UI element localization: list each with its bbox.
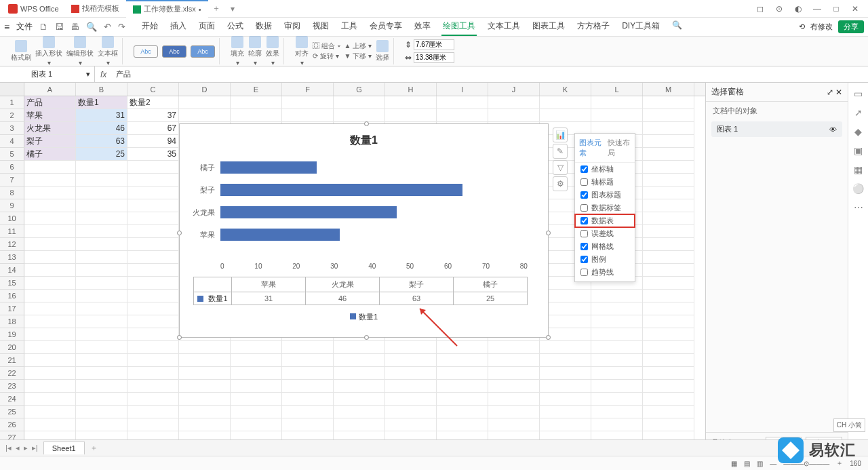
col-header[interactable]: H bbox=[385, 83, 437, 96]
cell[interactable]: 46 bbox=[76, 122, 127, 135]
style-2[interactable]: Abc bbox=[162, 45, 186, 58]
popup-checkbox[interactable] bbox=[580, 178, 588, 186]
cell[interactable] bbox=[488, 418, 540, 431]
cell[interactable]: 94 bbox=[127, 135, 179, 148]
popup-checkbox[interactable] bbox=[580, 256, 588, 263]
cell[interactable] bbox=[540, 109, 591, 122]
popup-item[interactable]: 图例 bbox=[575, 253, 635, 266]
format-painter-button[interactable]: 格式刷 bbox=[11, 40, 31, 62]
popup-item[interactable]: 趋势线 bbox=[575, 266, 635, 279]
cell[interactable] bbox=[282, 341, 334, 354]
tab-fangfang[interactable]: 方方格子 bbox=[576, 18, 611, 36]
effects-button[interactable]: 效果 ▾ bbox=[266, 36, 279, 66]
cell[interactable] bbox=[24, 199, 76, 212]
sync-icon[interactable]: ⟲ bbox=[799, 22, 805, 31]
sheet-prev-icon[interactable]: ◂ bbox=[16, 444, 20, 452]
cell[interactable] bbox=[179, 393, 231, 406]
tab-view[interactable]: 视图 bbox=[311, 18, 330, 36]
cell[interactable] bbox=[643, 264, 694, 277]
cell[interactable] bbox=[76, 277, 127, 290]
popup-checkbox[interactable] bbox=[580, 165, 588, 173]
cell[interactable] bbox=[127, 251, 179, 264]
tab-efficiency[interactable]: 效率 bbox=[413, 18, 432, 36]
cell[interactable] bbox=[179, 96, 231, 109]
cell[interactable] bbox=[282, 380, 334, 393]
cell[interactable]: 数量2 bbox=[127, 96, 179, 109]
row-header[interactable]: 11 bbox=[0, 225, 24, 238]
cell[interactable] bbox=[643, 354, 694, 367]
cell[interactable] bbox=[127, 302, 179, 315]
chart-bar[interactable] bbox=[220, 184, 462, 196]
chart-title[interactable]: 数量1 bbox=[180, 134, 548, 148]
window-help-icon[interactable]: ⊙ bbox=[774, 4, 784, 14]
cell[interactable] bbox=[437, 367, 488, 380]
row-header[interactable]: 9 bbox=[0, 199, 24, 212]
fx-icon[interactable]: fx bbox=[95, 70, 112, 79]
col-header[interactable]: A bbox=[24, 83, 76, 96]
cell[interactable]: 数量1 bbox=[76, 96, 127, 109]
cell[interactable] bbox=[540, 96, 591, 109]
cell[interactable] bbox=[24, 315, 76, 328]
sheet-tab[interactable]: Sheet1 bbox=[43, 442, 85, 454]
add-sheet-button[interactable]: ＋ bbox=[85, 443, 103, 453]
col-header[interactable]: M bbox=[643, 83, 694, 96]
cell[interactable]: 苹果 bbox=[24, 109, 76, 122]
cell[interactable] bbox=[282, 393, 334, 406]
col-header[interactable]: J bbox=[488, 83, 540, 96]
search-icon[interactable]: 🔍 bbox=[671, 18, 684, 36]
cell[interactable] bbox=[24, 174, 76, 187]
doc-tab-template[interactable]: 找稻壳模板 bbox=[64, 0, 126, 18]
cell[interactable] bbox=[540, 418, 591, 431]
sheet-first-icon[interactable]: |◂ bbox=[5, 444, 12, 452]
chart-plot[interactable]: 01020304050607080 橘子梨子火龙果苹果 bbox=[220, 156, 528, 258]
cell[interactable] bbox=[334, 367, 385, 380]
cell[interactable] bbox=[437, 380, 488, 393]
cell[interactable] bbox=[643, 148, 694, 161]
style-3[interactable]: Abc bbox=[191, 45, 215, 58]
cell[interactable] bbox=[76, 161, 127, 174]
chart-bar[interactable] bbox=[220, 206, 397, 218]
col-header[interactable]: L bbox=[591, 83, 643, 96]
cell[interactable] bbox=[76, 251, 127, 264]
cell[interactable] bbox=[76, 367, 127, 380]
cell[interactable] bbox=[231, 393, 282, 406]
cell[interactable] bbox=[643, 393, 694, 406]
cell[interactable] bbox=[24, 393, 76, 406]
side-layer-icon[interactable]: ▣ bbox=[854, 145, 863, 156]
bring-forward-button[interactable]: ▲ 上移 ▾ bbox=[344, 41, 372, 51]
cell[interactable] bbox=[127, 264, 179, 277]
cell[interactable] bbox=[231, 354, 282, 367]
cell[interactable] bbox=[643, 367, 694, 380]
cell[interactable] bbox=[643, 315, 694, 328]
row-header[interactable]: 12 bbox=[0, 238, 24, 251]
cell[interactable] bbox=[437, 393, 488, 406]
cell[interactable] bbox=[643, 251, 694, 264]
row-header[interactable]: 13 bbox=[0, 251, 24, 264]
fill-button[interactable]: 填充 ▾ bbox=[231, 36, 244, 66]
cell[interactable] bbox=[24, 418, 76, 431]
tab-diy[interactable]: DIY工具箱 bbox=[620, 18, 661, 36]
cell[interactable] bbox=[24, 341, 76, 354]
cell[interactable] bbox=[127, 290, 179, 302]
cell[interactable] bbox=[231, 380, 282, 393]
cell[interactable] bbox=[643, 380, 694, 393]
row-header[interactable]: 2 bbox=[0, 109, 24, 122]
cell[interactable] bbox=[437, 354, 488, 367]
undo-icon[interactable]: ↶ bbox=[104, 22, 111, 32]
cell[interactable] bbox=[127, 367, 179, 380]
cell[interactable] bbox=[488, 354, 540, 367]
cell[interactable] bbox=[643, 406, 694, 418]
cell[interactable] bbox=[591, 96, 643, 109]
cell[interactable]: 25 bbox=[76, 148, 127, 161]
tab-data[interactable]: 数据 bbox=[254, 18, 273, 36]
row-header[interactable]: 4 bbox=[0, 135, 24, 148]
cell[interactable] bbox=[591, 418, 643, 431]
cell[interactable] bbox=[591, 109, 643, 122]
tab-chart[interactable]: 图表工具 bbox=[531, 18, 566, 36]
window-user-icon[interactable]: ◐ bbox=[793, 4, 803, 14]
row-header[interactable]: 15 bbox=[0, 277, 24, 290]
popup-item[interactable]: 坐标轴 bbox=[575, 163, 635, 176]
tab-formula[interactable]: 公式 bbox=[226, 18, 245, 36]
cell[interactable] bbox=[127, 354, 179, 367]
textbox-button[interactable]: 文本框 ▾ bbox=[98, 36, 118, 66]
